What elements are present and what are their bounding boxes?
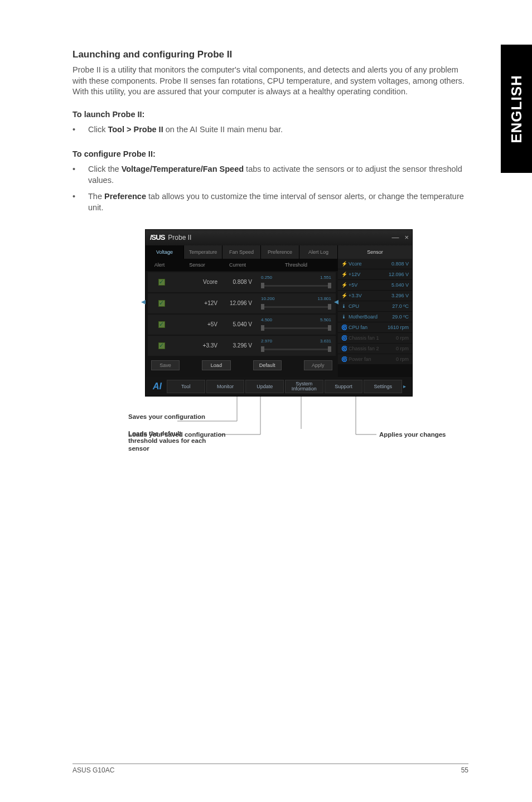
bullet-dot: • (72, 124, 88, 136)
side-sensor-value: 0 rpm (396, 356, 409, 362)
page-footer: ASUS G10AC 55 (72, 764, 468, 774)
bottom-support[interactable]: Support (325, 380, 363, 393)
bottom-tool[interactable]: Tool (167, 380, 205, 393)
side-sensor-name: 🌀CPU fan (341, 325, 367, 330)
sensor-type-icon: ⚡ (341, 293, 347, 298)
side-sensor-value: 12.096 V (389, 272, 409, 277)
probe-window-container: /SUS Probe II — × Voltage Temperature Fa… (72, 229, 468, 397)
side-sensor-value: 5.040 V (391, 282, 409, 288)
side-sensor-name: ⚡+5V (341, 282, 357, 288)
side-sensor-name: ⚡Vcore (341, 261, 362, 267)
side-sensor-row: 🌀Chassis fan 10 rpm (338, 333, 412, 343)
alert-checkbox[interactable] (148, 342, 176, 349)
panel-left-arrow-icon[interactable]: ◂ (141, 296, 146, 307)
side-sensor-name: 🌀Chassis fan 1 (341, 335, 379, 341)
alert-checkbox[interactable] (148, 321, 176, 328)
side-sensor-value: 0 rpm (396, 335, 409, 341)
probe-button-row: Save Load Default Apply (146, 357, 338, 374)
alert-checkbox[interactable] (148, 300, 176, 307)
bottom-update[interactable]: Update (245, 380, 284, 393)
side-sensor-row: ⚡Vcore0.808 V (338, 259, 412, 269)
minimize-icon[interactable]: — (391, 233, 399, 241)
side-sensor-row: 🌀Power fan0 rpm (338, 354, 412, 364)
bottom-monitor[interactable]: Monitor (206, 380, 245, 393)
threshold-low: 4.500 (261, 317, 272, 322)
sensor-name: Vcore (176, 279, 223, 285)
probe-window: /SUS Probe II — × Voltage Temperature Fa… (145, 229, 413, 397)
side-sensor-value: 3.296 V (391, 293, 409, 298)
footer-right: 55 (461, 766, 468, 774)
ai-logo-icon: AI (149, 381, 166, 392)
threshold-slider[interactable]: 10.20013.801 (257, 298, 336, 308)
anno-saves: Saves your configuration (128, 413, 205, 421)
side-rows: ⚡Vcore0.808 V⚡+12V12.096 V⚡+5V5.040 V⚡+3… (338, 259, 412, 364)
threshold-low: 2.970 (261, 339, 272, 344)
tab-temperature[interactable]: Temperature (184, 245, 223, 259)
bottom-system-info[interactable]: System Information (285, 380, 323, 393)
threshold-low: 10.200 (261, 296, 274, 301)
threshold-slider[interactable]: 0.2501.551 (257, 277, 336, 287)
side-sensor-name: ⚡+12V (341, 272, 360, 277)
launch-bullet: • Click Tool > Probe II on the AI Suite … (72, 124, 468, 136)
page-content: Launching and configuring Probe II Probe… (72, 49, 468, 458)
sensor-side-panel: Sensor ⚡Vcore0.808 V⚡+12V12.096 V⚡+5V5.0… (338, 245, 412, 377)
tab-alert-log[interactable]: Alert Log (299, 245, 338, 259)
bottom-scroll-right-icon[interactable]: ▸ (403, 383, 409, 389)
tab-voltage[interactable]: Voltage (146, 245, 184, 259)
col-threshold: Threshold (254, 262, 338, 268)
text-bold: Tool > Probe II (108, 125, 163, 134)
window-title: Probe II (168, 234, 191, 241)
side-sensor-row: 🌀CPU fan1610 rpm (338, 322, 412, 332)
col-current: Current (221, 262, 254, 268)
footer-left: ASUS G10AC (72, 766, 114, 774)
threshold-slider[interactable]: 4.5005.501 (257, 320, 336, 329)
config-bullet-1: • Click the Voltage/Temperature/Fan Spee… (72, 164, 468, 186)
tab-fan-speed[interactable]: Fan Speed (223, 245, 261, 259)
intro-paragraph: Probe II is a utility that monitors the … (72, 65, 468, 98)
sensor-type-icon: 🌡 (341, 314, 347, 320)
apply-button[interactable]: Apply (304, 360, 332, 370)
tab-preference[interactable]: Preference (261, 245, 299, 259)
sensor-panel: Voltage Temperature Fan Speed Preference… (146, 245, 338, 377)
bottom-settings[interactable]: Settings (364, 380, 402, 393)
threshold-high: 5.501 (320, 317, 331, 322)
sensor-type-icon: 🌀 (341, 346, 347, 351)
default-button[interactable]: Default (253, 360, 282, 370)
side-sensor-row: 🌡MotherBoard29.0 ºC (338, 312, 412, 322)
sensor-type-icon: 🌀 (341, 356, 347, 362)
close-icon[interactable]: × (404, 233, 409, 241)
text-span: Click the (88, 165, 122, 173)
ai-suite-bar: AI Tool Monitor Update System Informatio… (146, 377, 412, 396)
threshold-slider[interactable]: 2.9703.631 (257, 341, 336, 350)
sensor-type-icon: 🌡 (341, 303, 347, 309)
panel-right-arrow-icon[interactable]: ◂ (333, 296, 339, 307)
side-sensor-name: ⚡+3.3V (341, 293, 362, 298)
side-sensor-value: 29.0 ºC (392, 314, 409, 320)
sensor-type-icon: ⚡ (341, 282, 347, 288)
launch-heading: To launch Probe II: (72, 110, 468, 119)
bullet-dot: • (72, 164, 88, 186)
text-span: Click (88, 125, 108, 134)
side-sensor-value: 1610 rpm (388, 325, 409, 330)
asus-logo: /SUS (150, 233, 165, 241)
threshold-high: 13.801 (318, 296, 331, 301)
sensor-row: +3.3V3.296 V2.9703.631 (148, 336, 336, 356)
side-sensor-row: 🌀Chassis fan 20 rpm (338, 344, 412, 354)
side-sensor-value: 27.0 ºC (392, 303, 409, 309)
side-sensor-row: ⚡+5V5.040 V (338, 280, 412, 290)
config-text-2: The Preference tab allows you to customi… (88, 191, 468, 213)
sensor-rows: Vcore0.808 V0.2501.551+12V12.096 V10.200… (146, 272, 338, 356)
sensor-row: +5V5.040 V4.5005.501 (148, 315, 336, 335)
sensor-value: 0.808 V (223, 279, 257, 285)
sensor-value: 12.096 V (223, 300, 257, 306)
threshold-high: 1.551 (320, 275, 331, 280)
sensor-name: +3.3V (176, 342, 223, 349)
load-button[interactable]: Load (202, 360, 230, 370)
alert-checkbox[interactable] (148, 279, 176, 286)
save-button[interactable]: Save (151, 360, 180, 370)
section-heading: Launching and configuring Probe II (72, 49, 468, 60)
config-heading: To configure Probe II: (72, 149, 468, 158)
probe-main-row: Voltage Temperature Fan Speed Preference… (146, 245, 412, 377)
side-tab-english: ENGLISH (501, 45, 532, 173)
side-sensor-row: 🌡CPU27.0 ºC (338, 301, 412, 311)
